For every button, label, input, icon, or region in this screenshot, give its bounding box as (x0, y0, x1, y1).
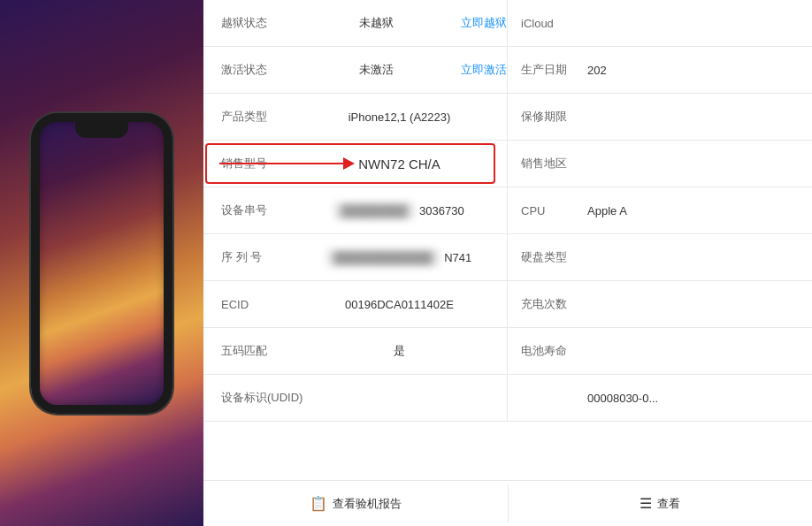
label-ecid: ECID (203, 298, 283, 311)
phone-panel (0, 0, 203, 526)
left-cell-sales: 销售型号 NWN72 CH/A (203, 141, 508, 187)
left-cell-seq: 序 列 号 ████████████ N741 (203, 234, 508, 280)
value-activation: 未激活 (283, 62, 461, 78)
left-cell-product: 产品类型 iPhone12,1 (A2223) (203, 94, 508, 140)
label-seq: 序 列 号 (203, 249, 283, 265)
bottom-buttons-row: 📋 查看验机报告 ☰ 查看 (203, 480, 812, 526)
right-label-charge: 充电次数 (508, 296, 578, 312)
right-cell-udid-value: 00008030-0... (508, 375, 812, 421)
label-udid: 设备标识(UDID) (203, 390, 310, 406)
table-row: ECID 00196DCA0111402E 充电次数 (203, 281, 812, 328)
blurred-serial: ████████ (334, 202, 414, 219)
table-row: 序 列 号 ████████████ N741 硬盘类型 (203, 234, 812, 281)
left-cell-activation: 激活状态 未激活 立即激活 (203, 47, 508, 93)
left-cell-fivecode: 五码匹配 是 (203, 328, 508, 374)
label-product: 产品类型 (203, 109, 283, 125)
table-row: 产品类型 iPhone12,1 (A2223) 保修期限 (203, 94, 812, 141)
right-cell-cpu: CPU Apple A (508, 187, 812, 233)
right-cell-icloud: iCloud (508, 0, 812, 46)
left-cell-udid: 设备标识(UDID) (203, 375, 508, 421)
label-sales: 销售型号 (203, 156, 283, 172)
right-cell-battery: 电池寿命 (508, 328, 812, 374)
view-inspection-button[interactable]: 📋 查看验机报告 (203, 484, 509, 522)
label-serial-device: 设备串号 (203, 202, 283, 218)
view-more-button[interactable]: ☰ 查看 (509, 484, 813, 522)
right-label-region: 销售地区 (508, 156, 578, 172)
list-icon: ☰ (640, 495, 652, 512)
right-cell-disk: 硬盘类型 (508, 234, 812, 280)
table-row: 设备标识(UDID) 00008030-0... (203, 375, 812, 422)
view-more-label: 查看 (657, 496, 680, 512)
right-label-battery: 电池寿命 (508, 343, 578, 359)
info-panel: 越狱状态 未越狱 立即越狱 iCloud 激活状态 未激活 立即激活 生产日期 … (203, 0, 812, 526)
value-sales: NWN72 CH/A (283, 156, 507, 172)
right-label-icloud: iCloud (508, 17, 578, 30)
left-cell-ecid: ECID 00196DCA0111402E (203, 281, 508, 327)
right-cell-region: 销售地区 (508, 141, 812, 187)
label-jailbreak: 越狱状态 (203, 15, 283, 31)
label-fivecode: 五码匹配 (203, 343, 283, 359)
value-product: iPhone12,1 (A2223) (283, 111, 507, 124)
left-cell-serial-device: 设备串号 ████████ 3036730 (203, 187, 508, 233)
table-row: 设备串号 ████████ 3036730 CPU Apple A (203, 187, 812, 234)
inspection-icon: 📋 (310, 495, 327, 512)
seq-suffix: N741 (444, 251, 471, 264)
right-value-cpu: Apple A (578, 204, 812, 217)
phone-notch (75, 122, 128, 138)
left-cell-jailbreak: 越狱状态 未越狱 立即越狱 (203, 0, 508, 46)
right-label-warranty: 保修期限 (508, 109, 578, 125)
right-value-manufacture: 202 (578, 64, 812, 77)
value-seq-blurred: ████████████ N741 (283, 249, 507, 266)
label-activation: 激活状态 (203, 62, 283, 78)
value-ecid: 00196DCA0111402E (283, 298, 507, 311)
inspection-label: 查看验机报告 (333, 496, 402, 512)
table-row: 激活状态 未激活 立即激活 生产日期 202 (203, 47, 812, 94)
right-label-disk: 硬盘类型 (508, 249, 578, 265)
right-label-manufacture: 生产日期 (508, 62, 578, 78)
table-row: 越狱状态 未越狱 立即越狱 iCloud (203, 0, 812, 47)
serial-suffix: 3036730 (419, 204, 464, 217)
link-jailbreak[interactable]: 立即越狱 (461, 15, 507, 31)
phone-frame (31, 113, 172, 414)
right-cell-manufacture: 生产日期 202 (508, 47, 812, 93)
link-activation[interactable]: 立即激活 (461, 62, 507, 78)
info-table: 越狱状态 未越狱 立即越狱 iCloud 激活状态 未激活 立即激活 生产日期 … (203, 0, 812, 526)
value-fivecode: 是 (283, 343, 507, 359)
value-serial-device-blurred: ████████ 3036730 (283, 202, 507, 219)
right-label-cpu: CPU (508, 204, 578, 217)
table-row-sales: 销售型号 NWN72 CH/A 销售地区 (203, 141, 812, 187)
table-row: 五码匹配 是 电池寿命 (203, 328, 812, 375)
right-cell-warranty: 保修期限 (508, 94, 812, 140)
blurred-seq: ████████████ (327, 249, 440, 266)
right-value-udid: 00008030-0... (578, 392, 812, 405)
value-jailbreak: 未越狱 (283, 15, 461, 31)
right-cell-charge: 充电次数 (508, 281, 812, 327)
